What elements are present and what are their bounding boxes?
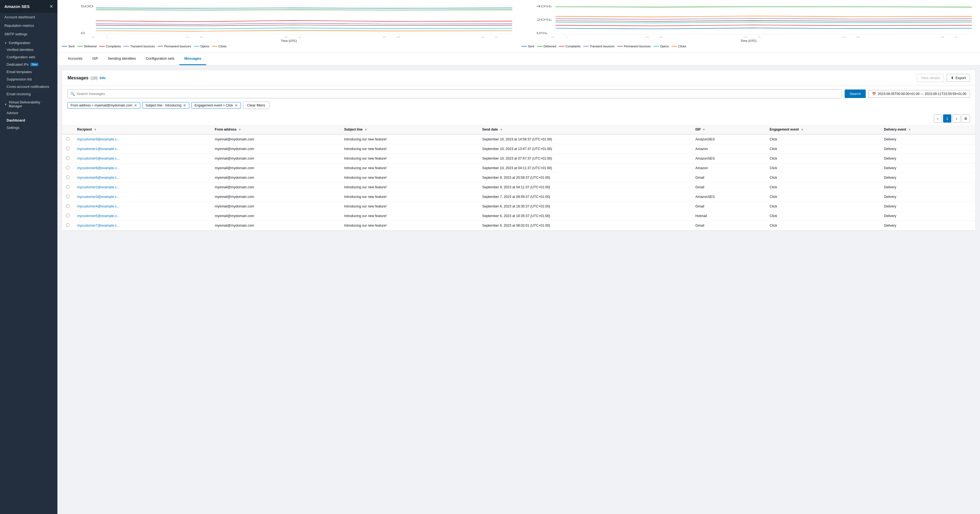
recipient-link[interactable]: mycustomer1@example.c... bbox=[77, 147, 119, 151]
left-chart: 500 0 bbox=[62, 5, 516, 48]
date-range-picker[interactable]: 📅 2023-09-05T00:00:00+01:00 — 2023-09-11… bbox=[869, 90, 970, 98]
sidebar-item-dashboard[interactable]: Dashboard bbox=[0, 117, 57, 124]
tab-configuration-sets[interactable]: Configuration sets bbox=[141, 53, 180, 65]
filter-tag-label: Engagement event = Click bbox=[194, 104, 233, 107]
tab-messages[interactable]: Messages bbox=[180, 53, 206, 65]
recipient-link[interactable]: mycustomer2@example.c... bbox=[77, 185, 119, 189]
filter-tag-close-engagement[interactable]: ✕ bbox=[235, 104, 238, 107]
row-radio-3[interactable] bbox=[66, 166, 70, 169]
row-select-cell[interactable] bbox=[62, 202, 73, 211]
col-isp[interactable]: ISP ▼ bbox=[692, 125, 766, 134]
recipient-link[interactable]: mycustomer3@example.c... bbox=[77, 195, 119, 199]
recipient-link[interactable]: mycustomer5@example.c... bbox=[77, 214, 119, 218]
row-select-cell[interactable] bbox=[62, 144, 73, 154]
tab-accounts[interactable]: Accounts bbox=[63, 53, 87, 65]
row-radio-6[interactable] bbox=[66, 195, 70, 198]
table-row: mycustomer6@example.c... myemail@mydomai… bbox=[62, 173, 975, 182]
col-subject-line[interactable]: Subject line ▼ bbox=[340, 125, 479, 134]
left-chart-legend: Sent Delivered Complaints Transient boun… bbox=[62, 45, 516, 48]
row-select-cell[interactable] bbox=[62, 154, 73, 163]
sidebar-item-smtp-settings[interactable]: SMTP settings bbox=[0, 30, 57, 38]
row-select-cell[interactable] bbox=[62, 163, 73, 173]
sidebar-item-advisor[interactable]: Advisor bbox=[0, 109, 57, 117]
tab-isp[interactable]: ISP bbox=[87, 53, 103, 65]
row-delivery: Delivery bbox=[880, 163, 975, 173]
row-select-cell[interactable] bbox=[62, 173, 73, 182]
row-radio-0[interactable] bbox=[66, 137, 70, 140]
row-send-date: September 8, 2023 at 20:59:37 (UTC+01:00… bbox=[479, 173, 692, 182]
row-isp: Gmail bbox=[692, 173, 766, 182]
messages-panel-header: Messages (10) Info View details ⬆ Export bbox=[62, 70, 975, 86]
row-radio-4[interactable] bbox=[66, 176, 70, 179]
pagination-prev-button[interactable]: ‹ bbox=[934, 114, 942, 123]
search-button[interactable]: Search bbox=[845, 89, 866, 98]
sidebar-section-configuration[interactable]: ▼ Configuration bbox=[0, 38, 57, 46]
info-link[interactable]: Info bbox=[100, 76, 105, 80]
sidebar-item-dedicated-ips[interactable]: Dedicated IPs New bbox=[0, 61, 57, 68]
filter-tag-close-subject[interactable]: ✕ bbox=[183, 104, 186, 107]
sidebar-item-settings[interactable]: Settings bbox=[0, 124, 57, 131]
row-from: myemail@mydomain.com bbox=[211, 221, 340, 230]
filter-tag-label: Subject line : Introducing bbox=[145, 104, 181, 107]
col-recipient[interactable]: Recipient ▼ bbox=[73, 125, 211, 134]
row-from: myemail@mydomain.com bbox=[211, 173, 340, 182]
row-radio-9[interactable] bbox=[66, 223, 70, 227]
row-radio-2[interactable] bbox=[66, 156, 70, 160]
row-engagement: Click bbox=[766, 211, 880, 221]
sidebar-item-suppression-list[interactable]: Suppression list bbox=[0, 75, 57, 83]
pagination-settings-button[interactable]: ⚙ bbox=[962, 114, 970, 123]
row-subject: Introducing our new feature! bbox=[340, 192, 479, 202]
sidebar-item-email-templates[interactable]: Email templates bbox=[0, 68, 57, 75]
row-select-cell[interactable] bbox=[62, 221, 73, 230]
row-select-cell[interactable] bbox=[62, 182, 73, 192]
col-delivery-event[interactable]: Delivery event ▼ bbox=[880, 125, 975, 134]
sidebar-section-vdm[interactable]: ▼ Virtual Deliverability Manager bbox=[0, 98, 57, 109]
pagination-next-button[interactable]: › bbox=[952, 114, 961, 123]
row-radio-5[interactable] bbox=[66, 185, 70, 188]
row-isp: AmazonSES bbox=[692, 192, 766, 202]
sort-icon: ▼ bbox=[801, 128, 803, 131]
row-radio-1[interactable] bbox=[66, 147, 70, 150]
tab-sending-identities[interactable]: Sending identities bbox=[103, 53, 141, 65]
sidebar-item-reputation-metrics[interactable]: Reputation metrics bbox=[0, 21, 57, 30]
col-select bbox=[62, 125, 73, 134]
row-engagement: Click bbox=[766, 182, 880, 192]
sidebar-item-verified-identities[interactable]: Verified identities bbox=[0, 46, 57, 53]
sidebar-item-account-dashboard[interactable]: Account dashboard bbox=[0, 13, 57, 21]
row-delivery: Delivery bbox=[880, 173, 975, 182]
recipient-link[interactable]: mycustomer7@example.c... bbox=[77, 223, 119, 227]
row-delivery: Delivery bbox=[880, 144, 975, 154]
view-details-button[interactable]: View details bbox=[917, 74, 944, 82]
pagination-page-1[interactable]: 1 bbox=[943, 114, 951, 123]
row-radio-7[interactable] bbox=[66, 204, 70, 208]
row-isp: Gmail bbox=[692, 202, 766, 211]
sidebar-item-cross-account[interactable]: Cross-account notifications bbox=[0, 83, 57, 90]
row-select-cell[interactable] bbox=[62, 192, 73, 202]
recipient-link[interactable]: mycustomer6@example.c... bbox=[77, 176, 119, 180]
sidebar-item-configuration-sets[interactable]: Configuration sets bbox=[0, 53, 57, 61]
close-icon[interactable]: ✕ bbox=[49, 4, 53, 9]
recipient-link[interactable]: mycustomer8@example.c... bbox=[77, 166, 119, 170]
row-engagement: Click bbox=[766, 173, 880, 182]
recipient-link[interactable]: mycustomer0@example.c... bbox=[77, 156, 119, 160]
col-send-date[interactable]: Send date ▼ bbox=[479, 125, 692, 134]
row-subject: Introducing our new feature! bbox=[340, 163, 479, 173]
clear-filters-button[interactable]: Clear filters bbox=[243, 102, 269, 109]
sidebar-item-email-receiving[interactable]: Email receiving bbox=[0, 90, 57, 98]
col-engagement-event[interactable]: Engagement event ▼ bbox=[766, 125, 880, 134]
search-input[interactable] bbox=[68, 89, 842, 98]
row-select-cell[interactable] bbox=[62, 134, 73, 144]
table-row: mycustomer1@example.c... myemail@mydomai… bbox=[62, 144, 975, 154]
svg-text:40%: 40% bbox=[536, 5, 552, 8]
col-from-address[interactable]: From address ▼ bbox=[211, 125, 340, 134]
recipient-link[interactable]: mycustomer4@example.c... bbox=[77, 204, 119, 208]
recipient-link[interactable]: mycustomer9@example.c... bbox=[77, 137, 119, 141]
row-engagement: Click bbox=[766, 202, 880, 211]
filter-tag-close-from[interactable]: ✕ bbox=[134, 104, 137, 107]
row-delivery: Delivery bbox=[880, 202, 975, 211]
export-button[interactable]: ⬆ Export bbox=[947, 74, 970, 82]
search-input-wrapper: 🔍 bbox=[68, 89, 842, 98]
row-radio-8[interactable] bbox=[66, 214, 70, 217]
row-select-cell[interactable] bbox=[62, 211, 73, 221]
sidebar-section-label: Configuration bbox=[9, 41, 30, 45]
